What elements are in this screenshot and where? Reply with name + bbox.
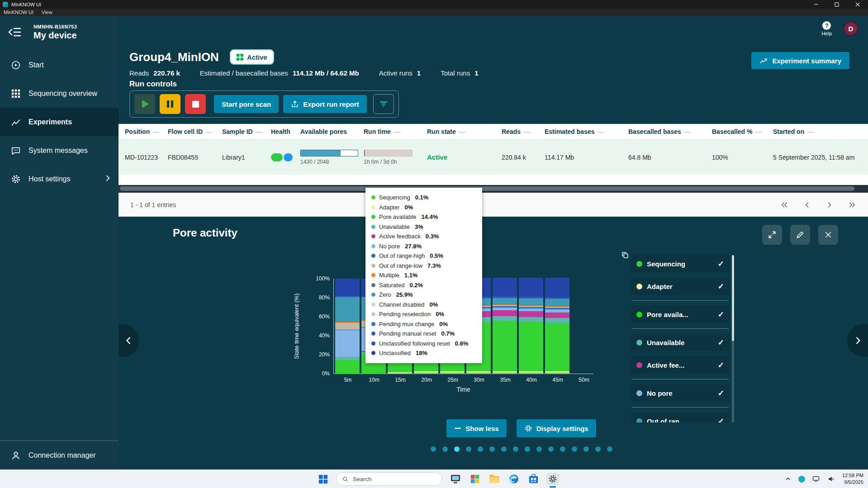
table-row[interactable]: MD-101223FBD08455Library11430 / 20481h 0… [119,139,868,175]
sidebar-item-host-settings[interactable]: Host settings [0,165,119,193]
sidebar-item-connection-manager[interactable]: Connection manager [0,441,119,469]
menu-item-minknow-ui[interactable]: MinKNOW UI [4,9,33,15]
column-header-position[interactable]: Position— [125,128,168,135]
column-header-estimated-bases[interactable]: Estimated bases— [545,128,628,135]
column-header-health[interactable]: Health [271,128,300,135]
sort-indicator: — [206,128,212,135]
sidebar-collapse-button[interactable] [6,25,23,39]
avatar[interactable]: D [844,21,858,36]
tooltip-label: Pending reselection [379,311,431,317]
export-run-report-button[interactable]: Export run report [283,95,366,113]
carousel-dot[interactable] [525,446,530,452]
tooltip-label: Adapter [379,204,400,211]
column-header-basecalled[interactable]: Basecalled %— [712,128,773,135]
legend-scrollbar[interactable] [732,255,734,341]
sidebar-item-start[interactable]: Start [0,51,119,79]
previous-page-button[interactable] [803,201,811,209]
column-header-available-pores[interactable]: Available pores [300,128,364,135]
taskbar-search[interactable]: Search [336,472,442,486]
first-page-button[interactable] [780,201,788,209]
column-header-sample-id[interactable]: Sample ID— [222,128,271,135]
tooltip-label: Zero [379,291,391,298]
taskbar-edge[interactable] [508,473,520,485]
carousel-dot[interactable] [560,446,565,452]
experiment-summary-button[interactable]: Experiment summary [751,52,849,69]
carousel-dot[interactable] [442,446,448,452]
close-button[interactable] [847,0,868,9]
legend-item-adapter[interactable]: Adapter✓ [631,278,730,295]
carousel-dot[interactable] [513,446,518,452]
menu-item-view[interactable]: View [42,9,52,15]
start-button[interactable] [317,473,329,485]
minimize-button[interactable] [806,0,826,9]
legend-item-no-pore[interactable]: No pore✓ [631,384,730,402]
stat-estimated-basecalled-bases: Estimated / basecalled bases114.12 Mb / … [200,69,359,77]
tray-hidden-icons-button[interactable] [784,473,792,485]
tooltip-label: Out of range-high [379,252,425,259]
column-header-reads[interactable]: Reads— [502,128,545,135]
legend-item-active-fee[interactable]: Active fee...✓ [631,356,730,374]
filter-button[interactable] [373,94,394,114]
show-less-button[interactable]: Show less [446,419,506,437]
taskbar-store[interactable] [527,473,540,485]
column-header-started-on[interactable]: Started on— [773,128,868,135]
carousel-dot[interactable] [478,446,483,452]
stat-label: Active runs [379,69,413,77]
sidebar-item-system-messages[interactable]: System messages [0,136,119,165]
tooltip-value: 25.9% [396,291,413,298]
sidebar-item-experiments[interactable]: Experiments [0,108,119,136]
maximize-button[interactable] [826,0,847,9]
carousel-dot[interactable] [572,446,577,452]
sidebar-item-sequencing-overview[interactable]: Sequencing overview [0,79,119,108]
carousel-dot[interactable] [489,446,495,452]
help-button[interactable]: ? Help [821,21,832,36]
carousel-dot[interactable] [466,446,471,452]
carousel-dot[interactable] [431,446,436,452]
main-content: ? Help D Experiment summary Group4_MinIO… [119,16,868,469]
legend-item-pore-availa[interactable]: Pore availa...✓ [631,306,730,323]
x-axis-tick-label: 30m [474,377,484,383]
carousel-dot[interactable] [501,446,507,452]
tooltip-label: Pore available [379,213,416,220]
carousel-previous-button[interactable] [119,324,139,357]
tray-app-icon[interactable] [798,476,805,483]
legend-item-unavailable[interactable]: Unavailable✓ [631,334,730,351]
bar-segment-active-feedback [519,311,543,317]
copy-chart-button[interactable] [621,251,629,261]
column-header-flow-cell-id[interactable]: Flow cell ID— [168,128,222,135]
chevron-left-icon [124,336,134,346]
next-page-button[interactable] [825,201,834,209]
check-icon: ✓ [718,259,724,269]
bar-segment-unclassified [493,278,517,296]
carousel-dot[interactable] [454,446,460,452]
taskbar-app-colorful[interactable] [469,473,481,485]
carousel-dot[interactable] [595,446,601,452]
carousel-next-button[interactable] [847,324,868,357]
resume-run-button[interactable] [134,94,155,114]
display-settings-button[interactable]: Display settings [517,419,596,437]
taskbar-file-explorer[interactable] [488,473,501,485]
annotate-button[interactable] [790,225,810,245]
horizontal-scrollbar[interactable] [120,186,854,191]
taskbar-app-monitor[interactable] [449,473,462,485]
network-icon[interactable] [811,473,821,485]
taskbar-settings[interactable] [546,473,559,485]
taskbar-clock[interactable]: 12:58 PM 9/5/2025 [842,472,863,486]
carousel-dot[interactable] [536,446,542,452]
column-header-basecalled-bases[interactable]: Basecalled bases— [628,128,712,135]
carousel-dot[interactable] [607,446,612,452]
close-panel-button[interactable] [818,225,838,245]
carousel-dot[interactable] [583,446,589,452]
fullscreen-button[interactable] [762,225,782,245]
column-header-run-state[interactable]: Run state— [427,128,502,135]
legend-item-sequencing[interactable]: Sequencing✓ [631,255,730,272]
column-header-run-time[interactable]: Run time— [364,128,427,135]
stop-run-button[interactable] [185,94,206,114]
start-pore-scan-button[interactable]: Start pore scan [214,95,279,113]
bar-segment-sequencing [388,373,412,374]
volume-icon[interactable] [827,473,836,485]
table-header-row: Position—Flow cell ID—Sample ID—HealthAv… [119,124,868,139]
last-page-button[interactable] [848,201,856,209]
carousel-dot[interactable] [548,446,554,452]
pause-run-button[interactable] [160,94,180,114]
